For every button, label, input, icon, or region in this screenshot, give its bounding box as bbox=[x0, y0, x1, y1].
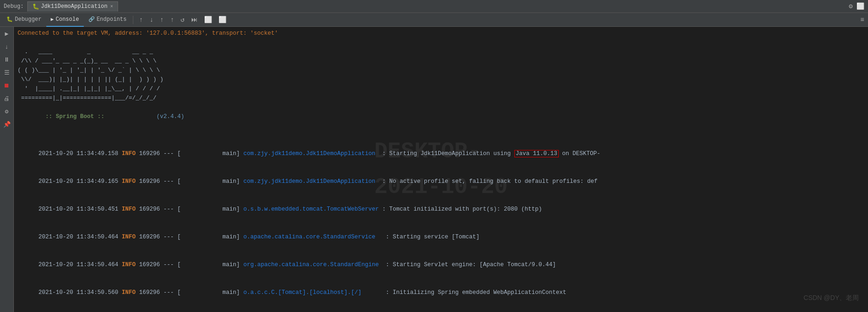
sidebar-resume[interactable]: ▶ bbox=[2, 29, 12, 39]
log-4-pid: 169296 bbox=[139, 262, 164, 268]
log-1-timestamp: 2021-10-20 11:34:49.165 bbox=[38, 178, 122, 185]
settings-icon[interactable]: ⚙ bbox=[849, 2, 853, 10]
toolbar-right: ≡ bbox=[859, 15, 866, 25]
spring-label: :: Spring Boot :: bbox=[38, 113, 105, 120]
tab-endpoints[interactable]: 🔗 Endpoints bbox=[84, 13, 131, 27]
spring-boot-line: :: Spring Boot :: (v2.4.4) bbox=[18, 103, 868, 131]
sidebar-step-over[interactable]: ↓ bbox=[2, 42, 12, 52]
maximize-icon[interactable]: ⬜ bbox=[856, 2, 864, 10]
sidebar-stop[interactable]: ⏹ bbox=[2, 81, 12, 91]
log-line-6: 2021-10-20 11:34:50.560 INFO 169296 --- … bbox=[18, 306, 868, 312]
log-3-class: o.apache.catalina.core.StandardService bbox=[244, 234, 386, 240]
log-5-timestamp: 2021-10-20 11:34:50.560 bbox=[38, 289, 122, 296]
log-3-sep: --- [ bbox=[163, 234, 181, 240]
log-3-timestamp: 2021-10-20 11:34:50.464 bbox=[38, 234, 122, 240]
sidebar-align[interactable]: ☰ bbox=[2, 68, 12, 78]
more-icon[interactable]: ≡ bbox=[859, 15, 866, 25]
log-line-0: 2021-10-20 11:34:49.158 INFO 169296 --- … bbox=[18, 140, 868, 168]
console-icon: ▶ bbox=[51, 16, 54, 22]
sidebar-print[interactable]: 🖨 bbox=[2, 94, 12, 104]
log-5-class: o.a.c.c.C.[Tomcat].[localhost].[/] bbox=[244, 289, 386, 296]
spring-version: (v2.4.4) bbox=[105, 113, 185, 120]
toolbar-actions: ↑ ↓ ↑ ↑ ↺ ⏭ ⬜ ⬜ bbox=[137, 15, 228, 25]
log-0-timestamp: 2021-10-20 11:34:49.158 bbox=[38, 150, 122, 157]
log-0-thread: main] bbox=[181, 150, 244, 157]
log-1-pid: 169296 bbox=[139, 178, 164, 185]
log-5-sep: --- [ bbox=[163, 289, 181, 296]
log-0-class: com.zjy.jdk11demo.Jdk11DemoApplication bbox=[244, 150, 382, 157]
debug-label: Debug: bbox=[4, 3, 24, 10]
log-0-sep: --- [ bbox=[163, 150, 181, 157]
log-2-class: o.s.b.w.embedded.tomcat.TomcatWebServer bbox=[244, 206, 382, 212]
log-5-pid: 169296 bbox=[139, 289, 164, 296]
log-1-sep: --- [ bbox=[163, 178, 181, 185]
log-1-msg: : No active profile set, falling back to… bbox=[382, 178, 598, 185]
log-0-pid: 169296 bbox=[139, 150, 164, 157]
log-5-msg: : Initializing Spring embedded WebApplic… bbox=[386, 289, 566, 296]
log-0-msg: : Starting Jdk11DemoApplication using bbox=[382, 150, 514, 157]
blank-line-1 bbox=[18, 38, 868, 47]
action-up-3[interactable]: ↑ bbox=[169, 15, 176, 25]
log-5-level: INFO bbox=[122, 289, 139, 296]
ascii-line-1: . ____ _ __ _ _ bbox=[18, 47, 868, 56]
tab-console-label: Console bbox=[56, 16, 79, 23]
ascii-line-5: ' |____| .__|_| |_|_| |_\__, | / / / / bbox=[18, 84, 868, 94]
log-0-msg-end: on DESKTOP- bbox=[559, 150, 600, 157]
debug-bar: Debug: 🐛 Jdk11DemoApplication × ⚙ ⬜ bbox=[0, 0, 868, 13]
log-4-sep: --- [ bbox=[163, 262, 181, 268]
log-line-4: 2021-10-20 11:34:50.464 INFO 169296 --- … bbox=[18, 251, 868, 279]
action-down[interactable]: ↓ bbox=[148, 15, 155, 25]
tab-console[interactable]: ▶ Console bbox=[46, 13, 84, 27]
log-0-level: INFO bbox=[122, 150, 139, 157]
log-line-1: 2021-10-20 11:34:49.165 INFO 169296 --- … bbox=[18, 168, 868, 195]
connected-message: Connected to the target VM, address: '12… bbox=[18, 29, 868, 38]
log-2-thread: main] bbox=[181, 206, 244, 212]
action-up-1[interactable]: ↑ bbox=[137, 15, 144, 25]
log-2-timestamp: 2021-10-20 11:34:50.451 bbox=[38, 206, 122, 212]
log-4-class: org.apache.catalina.core.StandardEngine bbox=[244, 262, 386, 268]
log-3-msg: : Starting service [Tomcat] bbox=[386, 234, 480, 240]
log-1-class: com.zjy.jdk11demo.Jdk11DemoApplication bbox=[244, 178, 382, 185]
sidebar-settings[interactable]: ⚙ bbox=[2, 106, 12, 117]
log-2-pid: 169296 bbox=[139, 206, 164, 212]
console-area: DESKTOP-2021-10-20 Connected to the targ… bbox=[14, 27, 868, 312]
sidebar-pause[interactable]: ⏸ bbox=[2, 55, 12, 65]
log-line-5: 2021-10-20 11:34:50.560 INFO 169296 --- … bbox=[18, 279, 868, 306]
debug-tab-name: Jdk11DemoApplication bbox=[41, 3, 107, 10]
debug-tab-icon: 🐛 bbox=[32, 3, 39, 10]
blank-line-2 bbox=[18, 131, 868, 140]
log-2-level: INFO bbox=[122, 206, 139, 212]
toolbar-sep-1 bbox=[133, 16, 133, 24]
action-skip[interactable]: ⏭ bbox=[189, 15, 200, 25]
log-3-thread: main] bbox=[181, 234, 244, 240]
log-5-thread: main] bbox=[181, 289, 244, 296]
ascii-line-4: \\/ ___)| |_)| | | | | || (_| | ) ) ) ) bbox=[18, 75, 868, 84]
action-up-2[interactable]: ↑ bbox=[158, 15, 165, 25]
ascii-line-3: ( ( )\___ | '_ | '_| | '_ \/ _` | \ \ \ … bbox=[18, 66, 868, 75]
action-layout-2[interactable]: ⬜ bbox=[217, 15, 228, 25]
log-line-2: 2021-10-20 11:34:50.451 INFO 169296 --- … bbox=[18, 195, 868, 223]
debug-tab[interactable]: 🐛 Jdk11DemoApplication × bbox=[27, 1, 118, 12]
tab-debugger-label: Debugger bbox=[15, 16, 42, 23]
tab-endpoints-label: Endpoints bbox=[97, 16, 127, 23]
log-2-sep: --- [ bbox=[163, 206, 181, 212]
log-1-level: INFO bbox=[122, 178, 139, 185]
log-0-highlight: Java 11.0.13 bbox=[514, 150, 559, 157]
log-4-msg: : Starting Servlet engine: [Apache Tomca… bbox=[386, 262, 556, 268]
log-3-level: INFO bbox=[122, 234, 139, 240]
sidebar-pin[interactable]: 📌 bbox=[2, 119, 12, 130]
debug-tab-close[interactable]: × bbox=[110, 4, 113, 9]
endpoints-icon: 🔗 bbox=[88, 16, 95, 22]
tab-debugger[interactable]: 🐛 Debugger bbox=[2, 13, 46, 27]
log-4-timestamp: 2021-10-20 11:34:50.464 bbox=[38, 262, 122, 268]
action-rerun[interactable]: ↺ bbox=[179, 15, 186, 25]
debugger-icon: 🐛 bbox=[6, 16, 13, 22]
log-4-thread: main] bbox=[181, 262, 244, 268]
log-2-msg: : Tomcat initialized with port(s): 2080 … bbox=[382, 206, 542, 212]
log-1-thread: main] bbox=[181, 178, 244, 185]
main-layout: ▶ ↓ ⏸ ☰ ⏹ 🖨 ⚙ 📌 DESKTOP-2021-10-20 Conne… bbox=[0, 27, 868, 312]
toolbar-tabs: 🐛 Debugger ▶ Console 🔗 Endpoints ↑ ↓ ↑ ↑… bbox=[0, 13, 868, 27]
log-line-3: 2021-10-20 11:34:50.464 INFO 169296 --- … bbox=[18, 223, 868, 251]
log-3-pid: 169296 bbox=[139, 234, 164, 240]
action-layout-1[interactable]: ⬜ bbox=[202, 15, 214, 25]
